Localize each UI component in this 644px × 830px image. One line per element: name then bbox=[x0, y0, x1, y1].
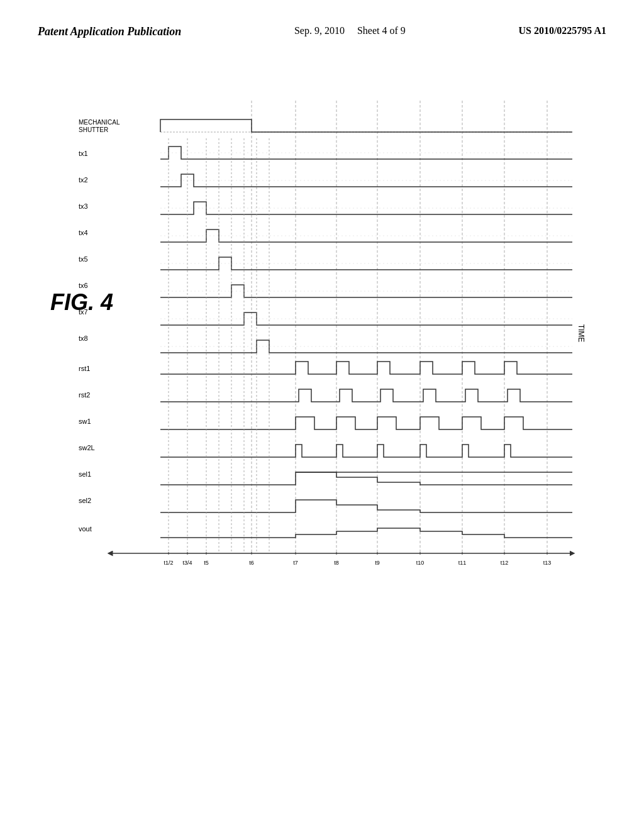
signal-label-tx4: tx4 bbox=[79, 229, 88, 236]
waveform-mech-shutter bbox=[160, 119, 572, 132]
waveform-tx2 bbox=[160, 174, 572, 187]
signal-label-mech-shutter2: SHUTTER bbox=[79, 126, 108, 133]
waveform-rst2 bbox=[160, 389, 572, 402]
signal-label-tx7: tx7 bbox=[79, 308, 88, 316]
publication-title: Patent Application Publication bbox=[38, 25, 181, 38]
waveform-sel1 bbox=[160, 472, 572, 485]
signal-label-sel1: sel1 bbox=[79, 470, 91, 478]
time-label-t5: t5 bbox=[204, 560, 209, 566]
waveform-sw1 bbox=[160, 417, 572, 429]
time-axis-label: TIME bbox=[577, 324, 586, 343]
signal-label-tx3: tx3 bbox=[79, 202, 88, 210]
signal-label-rst1: rst1 bbox=[79, 365, 90, 372]
time-label-t12b: t12 bbox=[501, 560, 509, 566]
waveform-sw2l bbox=[160, 445, 572, 457]
signal-label-tx2: tx2 bbox=[79, 176, 88, 184]
waveform-tx1 bbox=[160, 147, 572, 159]
waveform-sel2 bbox=[160, 500, 572, 512]
time-label-t6: t6 bbox=[249, 560, 254, 566]
signal-label-tx5: tx5 bbox=[79, 255, 88, 263]
waveform-rst1 bbox=[160, 362, 572, 374]
page-header: Patent Application Publication Sep. 9, 2… bbox=[0, 0, 644, 38]
header-date-sheet: Sep. 9, 2010 Sheet 4 of 9 bbox=[294, 25, 406, 36]
signal-label-rst2: rst2 bbox=[79, 391, 90, 399]
time-label-t10: t10 bbox=[416, 560, 425, 566]
signal-label-tx6: tx6 bbox=[79, 282, 88, 289]
sheet-info: Sheet 4 of 9 bbox=[357, 25, 406, 36]
signal-label-sel2: sel2 bbox=[79, 497, 91, 504]
timing-diagram-svg: MECHANICAL SHUTTER tx1 tx2 tx3 tx4 tx5 t… bbox=[75, 82, 597, 692]
waveform-tx4 bbox=[160, 230, 572, 242]
waveform-tx5 bbox=[160, 257, 572, 270]
signal-label-sw1: sw1 bbox=[79, 418, 91, 425]
signal-label-sw2l: sw2L bbox=[79, 444, 95, 451]
signal-label-tx1: tx1 bbox=[79, 150, 88, 157]
time-label-t9: t9 bbox=[375, 560, 380, 566]
signal-label-tx8: tx8 bbox=[79, 335, 88, 342]
signal-label-mech-shutter: MECHANICAL bbox=[79, 119, 120, 126]
time-label-t7: t7 bbox=[293, 560, 298, 566]
waveform-tx7 bbox=[160, 313, 572, 325]
waveform-vout bbox=[160, 528, 572, 538]
pub-date: Sep. 9, 2010 bbox=[294, 25, 345, 36]
time-label-t12: t1/2 bbox=[164, 560, 173, 566]
time-label-t13: t13 bbox=[543, 560, 552, 566]
time-label-t8: t8 bbox=[334, 560, 339, 566]
waveform-tx6 bbox=[160, 285, 572, 297]
time-label-t11: t11 bbox=[458, 560, 467, 566]
timing-diagram: MECHANICAL SHUTTER tx1 tx2 tx3 tx4 tx5 t… bbox=[75, 82, 597, 692]
time-label-t34: t3/4 bbox=[182, 560, 192, 566]
waveform-tx3 bbox=[160, 202, 572, 214]
waveform-tx8 bbox=[160, 340, 572, 353]
signal-label-vout: vout bbox=[79, 525, 92, 533]
patent-number: US 2010/0225795 A1 bbox=[518, 25, 606, 36]
waveform-sel1-steps bbox=[296, 472, 572, 485]
